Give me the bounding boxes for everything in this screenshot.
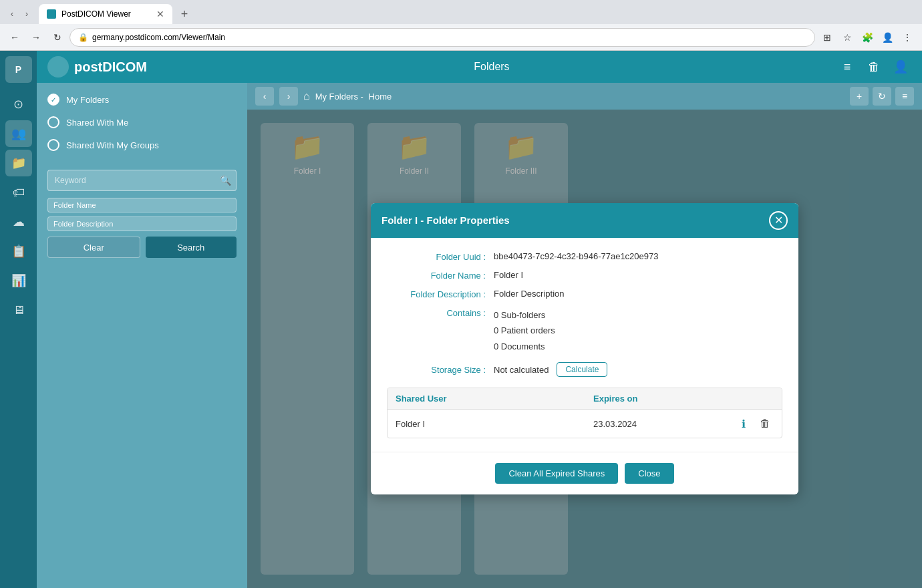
extensions-btn[interactable]: 🧩 — [858, 28, 877, 47]
search-icon: 🔍 — [220, 175, 231, 186]
filter-folder-name[interactable]: Folder Name — [47, 198, 237, 212]
contains-value: 0 Sub-folders 0 Patient orders 0 Documen… — [494, 307, 555, 354]
logo-icon — [47, 56, 69, 78]
sidebar-folder-btn[interactable]: 📁 — [5, 150, 32, 176]
search-buttons: Clear Search — [47, 237, 237, 258]
address-bar[interactable]: 🔒 — [69, 28, 815, 47]
row-1-delete-btn[interactable]: 🗑 — [756, 415, 774, 432]
page-title: Folders — [147, 61, 836, 73]
nav-item-shared-with-me[interactable]: Shared With Me — [37, 111, 247, 134]
breadcrumb: My Folders - Home — [315, 92, 392, 102]
modal-header: Folder I - Folder Properties ✕ — [371, 203, 798, 238]
prop-row-name: Folder Name : Folder I — [387, 270, 782, 281]
modal-body: Folder Uuid : bbe40473-7c92-4c32-b946-77… — [371, 238, 798, 452]
search-input-wrapper: 🔍 — [47, 170, 237, 191]
app-logo: postDICOM — [47, 56, 147, 78]
breadcrumb-my-folders: My Folders - — [315, 92, 363, 102]
sidebar-tag-btn[interactable]: 🏷 — [5, 179, 32, 206]
refresh-btn[interactable]: ↻ — [48, 28, 67, 47]
nav-bar: ‹ › ⌂ My Folders - Home + ↻ ≡ — [247, 83, 922, 110]
browser-controls: ← → ↻ 🔒 ⊞ ☆ 🧩 👤 ⋮ — [0, 24, 922, 51]
nav-item-my-folders[interactable]: ✓ My Folders — [37, 88, 247, 111]
modal-title: Folder I - Folder Properties — [381, 214, 510, 226]
nav-item-shared-with-me-label: Shared With Me — [66, 118, 128, 128]
prop-row-description: Folder Description : Folder Description — [387, 289, 782, 299]
row-1-actions: ℹ 🗑 — [727, 415, 774, 432]
view-toggle-btn[interactable]: ≡ — [895, 87, 914, 106]
name-value: Folder I — [494, 270, 523, 280]
search-button[interactable]: Search — [146, 237, 237, 258]
tab-prev-btn[interactable]: ‹ — [5, 7, 19, 21]
trash-btn[interactable]: 🗑 — [863, 56, 885, 78]
table-row: Folder I 23.03.2024 ℹ 🗑 — [388, 410, 782, 438]
shared-with-groups-icon — [47, 139, 59, 151]
app-logo-icon: P — [5, 56, 32, 83]
profile-btn[interactable]: 👤 — [878, 28, 897, 47]
nav-forward-btn[interactable]: › — [279, 87, 298, 106]
close-modal-btn[interactable]: Close — [625, 463, 673, 484]
main-area: postDICOM Folders ≡ 🗑 👤 ✓ My Folders — [37, 51, 922, 588]
col-user-label: Shared User — [396, 394, 593, 404]
translate-btn[interactable]: ⊞ — [818, 28, 836, 47]
active-tab[interactable]: PostDICOM Viewer ✕ — [39, 4, 172, 24]
content-area: ‹ › ⌂ My Folders - Home + ↻ ≡ — [247, 83, 922, 588]
sidebar-monitor-btn[interactable]: 🖥 — [5, 297, 32, 323]
tab-favicon — [47, 9, 56, 19]
browser-actions: ⊞ ☆ 🧩 👤 ⋮ — [818, 28, 917, 47]
row-1-expires: 23.03.2024 — [593, 419, 727, 429]
my-folders-icon: ✓ — [47, 94, 59, 106]
nav-item-shared-with-groups[interactable]: Shared With My Groups — [37, 134, 247, 156]
user-btn[interactable]: 👤 — [890, 56, 911, 78]
tab-close-btn[interactable]: ✕ — [156, 9, 164, 19]
sort-btn[interactable]: ≡ — [836, 56, 858, 78]
sidebar-users-btn[interactable]: 👥 — [5, 120, 32, 147]
folder-properties-modal: Folder I - Folder Properties ✕ Folder Uu… — [371, 203, 798, 494]
row-1-info-btn[interactable]: ℹ — [735, 415, 752, 432]
nav-item-shared-with-groups-label: Shared With My Groups — [66, 140, 159, 150]
nav-home-label: Home — [369, 92, 392, 102]
header-actions: ≡ 🗑 👤 — [836, 56, 911, 78]
prop-row-uuid: Folder Uuid : bbe40473-7c92-4c32-b946-77… — [387, 251, 782, 262]
calculate-btn[interactable]: Calculate — [557, 362, 607, 377]
clear-button[interactable]: Clear — [47, 237, 140, 258]
nav-section: ✓ My Folders Shared With Me Shared With … — [37, 83, 247, 162]
shared-with-me-icon — [47, 116, 59, 128]
add-folder-btn[interactable]: + — [850, 87, 869, 106]
tab-navigation: ‹ › — [5, 7, 33, 21]
menu-btn[interactable]: ⋮ — [898, 28, 917, 47]
filter-folder-description[interactable]: Folder Description — [47, 216, 237, 231]
prop-row-storage: Storage Size : Not calculated Calculate — [387, 362, 782, 377]
contains-orders: 0 Patient orders — [494, 323, 555, 338]
search-input[interactable] — [47, 170, 237, 191]
url-input[interactable] — [92, 33, 806, 42]
uuid-label: Folder Uuid : — [387, 251, 494, 262]
tab-next-btn[interactable]: › — [20, 7, 33, 21]
sidebar-upload-btn[interactable]: ☁ — [5, 208, 32, 235]
content-row: ✓ My Folders Shared With Me Shared With … — [37, 83, 922, 588]
refresh-folders-btn[interactable]: ↻ — [873, 87, 891, 106]
prop-row-contains: Contains : 0 Sub-folders 0 Patient order… — [387, 307, 782, 354]
modal-footer: Clean All Expired Shares Close — [371, 452, 798, 494]
description-value: Folder Description — [494, 289, 565, 299]
logo-text: postDICOM — [74, 59, 147, 75]
modal-close-btn[interactable]: ✕ — [769, 211, 788, 230]
uuid-value: bbe40473-7c92-4c32-b946-77ae1c20e973 — [494, 251, 659, 261]
clean-expired-btn[interactable]: Clean All Expired Shares — [495, 463, 618, 484]
new-tab-btn[interactable]: + — [175, 5, 194, 23]
col-actions-label — [727, 394, 774, 404]
shares-table-header: Shared User Expires on — [388, 388, 782, 410]
modal-overlay: Folder I - Folder Properties ✕ Folder Uu… — [247, 110, 922, 588]
tab-bar: ‹ › PostDICOM Viewer ✕ + — [0, 0, 922, 24]
sidebar-report-btn[interactable]: 📋 — [5, 238, 32, 265]
lock-icon: 🔒 — [78, 33, 88, 42]
sidebar-home-btn[interactable]: ⊙ — [5, 91, 32, 118]
left-nav-panel: ✓ My Folders Shared With Me Shared With … — [37, 83, 247, 588]
storage-label: Storage Size : — [387, 364, 494, 375]
sidebar-analytics-btn[interactable]: 📊 — [5, 267, 32, 294]
folders-area: 📁 Folder I 📁 Folder II 📁 Folder III — [247, 110, 922, 588]
forward-btn[interactable]: → — [27, 28, 45, 47]
back-btn[interactable]: ← — [5, 28, 24, 47]
app-container: P ⊙ 👥 📁 🏷 ☁ 📋 📊 🖥 postDICOM Folders ≡ — [0, 51, 922, 588]
nav-back-btn[interactable]: ‹ — [255, 87, 274, 106]
star-btn[interactable]: ☆ — [838, 28, 857, 47]
